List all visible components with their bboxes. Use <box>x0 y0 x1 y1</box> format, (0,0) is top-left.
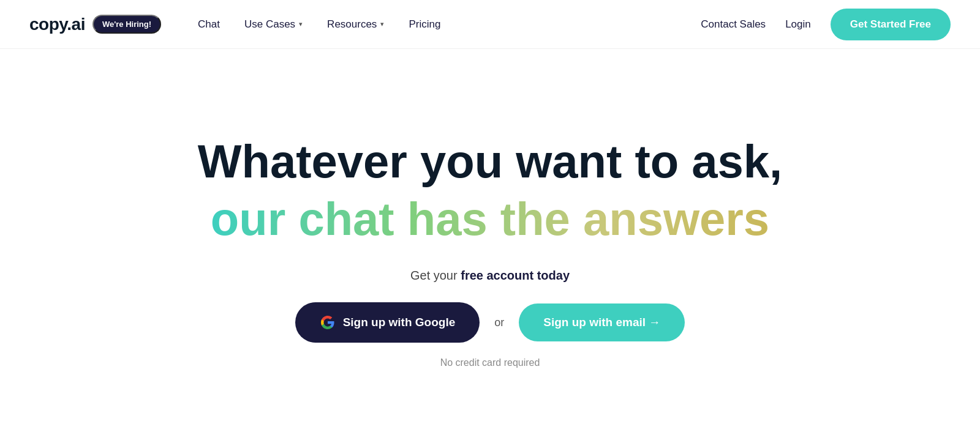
nav-right: Contact Sales Login Get Started Free <box>701 9 951 40</box>
signup-google-button[interactable]: Sign up with Google <box>295 302 480 343</box>
login-link[interactable]: Login <box>785 18 811 31</box>
nav-use-cases[interactable]: Use Cases ▾ <box>244 18 303 31</box>
cta-buttons-row: Sign up with Google or Sign up with emai… <box>295 302 685 343</box>
no-credit-text: No credit card required <box>440 357 540 368</box>
hiring-badge-button[interactable]: We're Hiring! <box>92 15 161 34</box>
hero-headline-line1: Whatever you want to ask, <box>198 136 782 187</box>
get-started-button[interactable]: Get Started Free <box>831 9 951 40</box>
contact-sales-link[interactable]: Contact Sales <box>701 18 766 31</box>
hero-subtitle: Get your free account today <box>410 269 570 283</box>
signup-google-label: Sign up with Google <box>343 316 456 329</box>
hero-section: Whatever you want to ask, our chat has t… <box>0 49 980 443</box>
logo-area: copy.ai We're Hiring! <box>29 15 161 34</box>
chevron-down-icon: ▾ <box>380 20 384 28</box>
logo: copy.ai <box>29 15 85 34</box>
hero-headline-line2: our chat has the answers <box>211 193 769 245</box>
navbar: copy.ai We're Hiring! Chat Use Cases ▾ R… <box>0 0 980 49</box>
nav-pricing[interactable]: Pricing <box>409 18 440 31</box>
nav-links: Chat Use Cases ▾ Resources ▾ Pricing <box>198 18 701 31</box>
nav-chat[interactable]: Chat <box>198 18 220 31</box>
google-icon <box>320 315 336 330</box>
nav-resources[interactable]: Resources ▾ <box>327 18 384 31</box>
or-divider: or <box>494 316 504 329</box>
signup-email-label: Sign up with email → <box>543 316 660 329</box>
chevron-down-icon: ▾ <box>299 20 303 28</box>
signup-email-button[interactable]: Sign up with email → <box>519 303 685 341</box>
